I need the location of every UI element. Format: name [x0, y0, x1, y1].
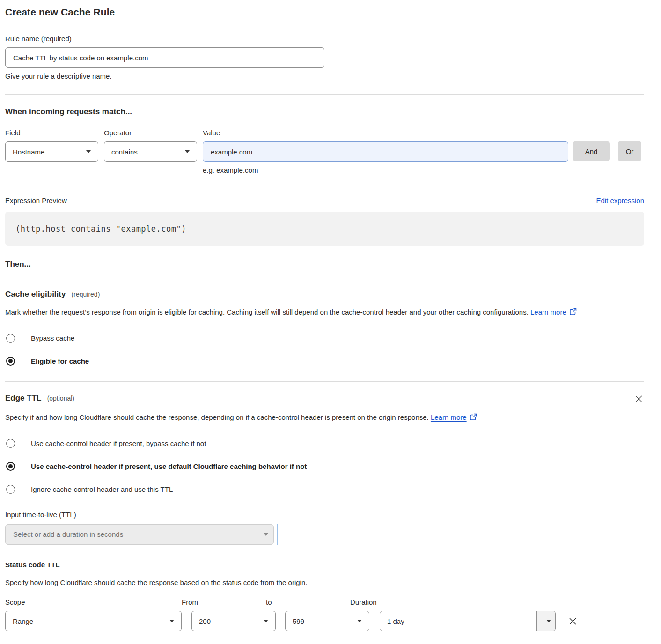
operator-select-value: contains [111, 148, 138, 156]
operator-select[interactable]: contains [104, 141, 197, 162]
chevron-down-icon [86, 150, 91, 153]
to-select-value: 599 [293, 617, 304, 625]
radio-bypass-cache[interactable]: Bypass cache [5, 334, 644, 343]
duration-select[interactable]: 1 day [380, 611, 556, 631]
radio-circle-icon [6, 485, 15, 494]
expression-code: (http.host contains "example.com") [5, 212, 644, 246]
edge-ttl-description: Specify if and how long Cloudflare shoul… [5, 411, 520, 425]
radio-label: Ignore cache-control header and use this… [31, 485, 173, 493]
chevron-down-icon [169, 620, 174, 622]
page-title: Create new Cache Rule [5, 7, 644, 18]
create-cache-rule-form: Create new Cache Rule Rule name (require… [0, 0, 661, 644]
scope-select-value: Range [13, 617, 33, 625]
operator-label: Operator [104, 129, 197, 137]
value-input[interactable] [203, 141, 568, 162]
radio-label: Eligible for cache [31, 357, 89, 365]
section-divider [5, 94, 644, 95]
field-select[interactable]: Hostname [5, 141, 98, 162]
edge-ttl-heading: Edge TTL [5, 394, 41, 402]
duration-select-value: 1 day [380, 611, 536, 631]
edge-ttl-close-icon[interactable] [633, 394, 644, 404]
external-link-icon [569, 307, 577, 320]
cache-eligibility-required-badge: (required) [72, 291, 100, 298]
radio-ignore-cache-control[interactable]: Ignore cache-control header and use this… [5, 485, 644, 494]
radio-label: Use cache-control header if present, byp… [31, 439, 206, 447]
ttl-input-label: Input time-to-live (TTL) [5, 511, 644, 519]
edge-ttl-learn-more-link[interactable]: Learn more [431, 413, 467, 421]
rule-name-input[interactable] [5, 47, 324, 68]
chevron-down-icon [264, 620, 268, 622]
chevron-down-icon [264, 533, 268, 536]
external-link-icon [470, 412, 477, 425]
value-helper: e.g. example.com [203, 166, 568, 174]
radio-cache-control-default[interactable]: Use cache-control header if present, use… [5, 462, 644, 471]
field-label: Field [5, 129, 98, 137]
expression-preview-label: Expression Preview [5, 197, 67, 205]
duration-label: Duration [350, 598, 526, 606]
edge-ttl-description-text: Specify if and how long Cloudflare shoul… [5, 413, 429, 421]
radio-circle-icon [6, 334, 15, 343]
section-divider [5, 381, 644, 382]
to-select[interactable]: 599 [285, 611, 369, 631]
cache-eligibility-learn-more-link[interactable]: Learn more [530, 308, 566, 316]
from-select-value: 200 [199, 617, 211, 625]
ttl-select-arrow-zone[interactable] [253, 525, 273, 544]
value-label: Value [203, 129, 568, 137]
cache-eligibility-description-text: Mark whether the request’s response from… [5, 308, 529, 316]
rule-name-helper: Give your rule a descriptive name. [5, 72, 644, 80]
text-cursor-indicator [277, 524, 278, 545]
chevron-down-icon [546, 620, 551, 622]
scope-select[interactable]: Range [5, 611, 182, 631]
status-code-ttl-description: Specify how long Cloudflare should cache… [5, 576, 644, 589]
scope-label: Scope [5, 598, 182, 606]
edit-expression-link[interactable]: Edit expression [596, 197, 644, 205]
rule-name-label: Rule name (required) [5, 35, 644, 43]
edge-ttl-optional-badge: (optional) [47, 395, 74, 402]
radio-selected-icon [6, 462, 15, 471]
radio-eligible-for-cache[interactable]: Eligible for cache [5, 357, 644, 366]
cache-eligibility-heading: Cache eligibility [5, 290, 66, 299]
from-label: From [182, 598, 266, 606]
match-heading: When incoming requests match... [5, 107, 644, 117]
ttl-duration-select[interactable] [5, 524, 274, 545]
radio-label: Bypass cache [31, 334, 74, 342]
radio-label: Use cache-control header if present, use… [31, 462, 307, 470]
or-button[interactable]: Or [618, 141, 641, 161]
chevron-down-icon [357, 620, 362, 622]
then-heading: Then... [5, 260, 644, 269]
remove-status-code-row-icon[interactable] [567, 615, 579, 627]
status-code-ttl-heading: Status code TTL [5, 561, 644, 569]
from-select[interactable]: 200 [191, 611, 276, 631]
duration-select-arrow-zone[interactable] [536, 611, 555, 631]
to-label: to [266, 598, 350, 606]
ttl-duration-input [6, 530, 253, 538]
radio-selected-icon [6, 357, 15, 366]
and-button[interactable]: And [573, 141, 610, 161]
radio-cache-control-bypass[interactable]: Use cache-control header if present, byp… [5, 439, 644, 448]
cache-eligibility-description: Mark whether the request’s response from… [5, 306, 644, 320]
radio-circle-icon [6, 439, 15, 448]
chevron-down-icon [185, 150, 190, 153]
field-select-value: Hostname [13, 148, 44, 156]
